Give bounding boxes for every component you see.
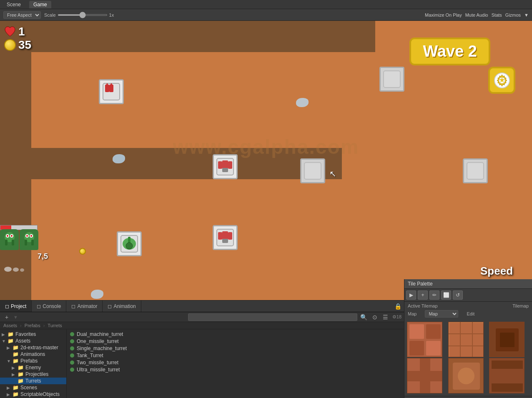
tree-item-turrets[interactable]: 📁 Turrets (0, 378, 66, 384)
crystal-2 (296, 98, 309, 107)
tile-cell-4[interactable] (407, 358, 442, 393)
tree-item-scenes[interactable]: ▶ 📁 Scenes (0, 384, 66, 391)
file-two-missile[interactable]: Two_missile_turret (68, 359, 402, 366)
tab-project[interactable]: ◻ Project (0, 300, 32, 312)
file-label-4: Tank_Turret (77, 353, 103, 358)
tile-palette-tools: ▶ + ✏ ⬜ ↺ (404, 289, 532, 302)
breadcrumb-assets: Assets (3, 323, 17, 328)
file-one-missile[interactable]: One_missile_turret (68, 338, 402, 345)
palette-tool-reset[interactable]: ↺ (453, 290, 463, 300)
map-dropdown[interactable]: Map (425, 310, 458, 318)
tree-item-favorites[interactable]: ▶ 📁 Favorites (0, 331, 66, 338)
palette-tool-box[interactable]: ⬜ (441, 290, 451, 300)
file-tank-turret[interactable]: Tank_Turret (68, 352, 402, 359)
file-ultra-missile[interactable]: Ultra_missile_turret (68, 366, 402, 373)
gizmos-btn[interactable]: Gizmos (505, 13, 521, 18)
file-dot-5 (70, 360, 74, 365)
search-input[interactable] (188, 313, 357, 321)
tree-arrow-prefabs: ▼ (7, 359, 11, 363)
tab-animation[interactable]: ◻ Animation (103, 300, 141, 312)
add-button[interactable]: + (3, 313, 11, 321)
search-icon-btn[interactable]: 🔍 (360, 313, 368, 321)
tree-arrow-scenes: ▶ (7, 385, 11, 390)
turret-4[interactable] (117, 231, 142, 256)
tile-cell-1[interactable] (407, 322, 442, 357)
tree-folder-favorites: 📁 (8, 331, 14, 337)
tree-item-enemy[interactable]: ▶ 📁 Enemy (0, 364, 66, 371)
panel-tabs: ◻ Project ◻ Console ◻ Animator ◻ Animati… (0, 300, 404, 312)
tile-cell-5[interactable] (448, 358, 484, 393)
gizmos-arrow: ▼ (524, 13, 529, 18)
default-brush-row: Default Brush (404, 396, 532, 398)
svg-rect-23 (384, 71, 400, 88)
svg-rect-54 (500, 333, 514, 347)
tab-animator[interactable]: ◻ Animator (66, 300, 103, 312)
tab-game[interactable]: Game (29, 1, 51, 8)
enemy-2 (20, 229, 38, 250)
tile-grid (404, 319, 532, 396)
palette-tool-paint[interactable]: ✏ (429, 290, 439, 300)
tree-item-prefabs[interactable]: ▼ 📁 Prefabs (0, 358, 66, 364)
count-badge: ⚙18 (392, 314, 402, 320)
tab-console[interactable]: ◻ Console (32, 300, 66, 312)
tree-item-projectiles[interactable]: ▶ 📁 Projectiles (0, 371, 66, 378)
breadcrumb-turrets: Turrets (48, 323, 62, 328)
file-single-machine[interactable]: Single_machine_turret (68, 345, 402, 352)
svg-rect-63 (492, 360, 523, 369)
turret-platform-1[interactable] (300, 158, 325, 183)
file-dot-3 (70, 346, 74, 350)
svg-rect-31 (5, 240, 8, 245)
active-tilemap-group: Active Tilemap (408, 303, 438, 308)
tree-item-scriptable[interactable]: ▶ 📁 ScriptableObjects (0, 391, 66, 398)
file-dot-1 (70, 332, 74, 336)
panel-options-btn[interactable]: ⊙ (371, 313, 379, 321)
tree-item-animations[interactable]: 📁 Animations (0, 351, 66, 358)
tile-cell-6[interactable] (489, 358, 524, 393)
file-label-3: Single_machine_turret (77, 345, 127, 351)
console-tab-icon: ◻ (37, 303, 41, 309)
lives-count: 1 (18, 25, 25, 38)
breadcrumb-sep-2: › (43, 323, 45, 328)
turret-platform-3[interactable] (463, 158, 488, 183)
path-top-horizontal (0, 21, 375, 52)
turret-platform-2[interactable] (379, 67, 404, 92)
turret-1[interactable] (99, 79, 124, 104)
turret-3[interactable] (213, 225, 238, 250)
maximize-btn[interactable]: Maximize On Play (425, 13, 462, 18)
svg-rect-15 (218, 232, 222, 240)
tile-cell-3[interactable] (489, 322, 524, 357)
scale-value: 1x (109, 13, 114, 18)
map-label: Map (408, 311, 417, 316)
svg-rect-9 (222, 160, 228, 169)
tilemap-group: Tilemap (512, 303, 529, 308)
heart-icon (4, 26, 16, 38)
tree-arrow-enemy: ▶ (12, 365, 16, 370)
enemies-group (0, 229, 38, 250)
panel-lock: 🔒 (392, 300, 404, 312)
stats-btn[interactable]: Stats (492, 13, 502, 18)
tree-folder-assets: 📁 (8, 338, 14, 344)
tile-cell-2[interactable] (448, 322, 484, 357)
svg-rect-32 (12, 240, 14, 245)
tab-scene[interactable]: Scene (3, 1, 25, 8)
settings-badge[interactable] (488, 67, 515, 94)
palette-tool-play[interactable]: ▶ (406, 290, 416, 300)
panel-filter-btn[interactable]: ☰ (381, 313, 390, 321)
tree-folder-2d: 📁 (13, 345, 19, 350)
aspect-dropdown[interactable]: Free Aspect (3, 11, 41, 19)
turret-2[interactable] (213, 154, 238, 179)
file-dual-machine[interactable]: Dual_machine_turret (68, 331, 402, 338)
tree-arrow-favorites: ▶ (2, 332, 6, 337)
wave-badge: Wave 2 (409, 38, 490, 65)
edit-label: Edit (467, 311, 474, 316)
scale-slider[interactable] (58, 14, 108, 16)
palette-tool-add[interactable]: + (418, 290, 428, 300)
tree-folder-scriptable: 📁 (13, 391, 19, 397)
tree-item-assets[interactable]: ▼ 📁 Assets (0, 338, 66, 344)
tree-item-2d[interactable]: ▶ 📁 2d-extras-master (0, 344, 66, 351)
tree-label-animations: Animations (20, 351, 45, 357)
tree-folder-scenes: 📁 (13, 385, 19, 390)
panel-toolbar: + ▼ 🔍 ⊙ ☰ ⚙18 (0, 312, 404, 322)
svg-point-37 (26, 235, 28, 237)
mute-btn[interactable]: Mute Audio (465, 13, 488, 18)
